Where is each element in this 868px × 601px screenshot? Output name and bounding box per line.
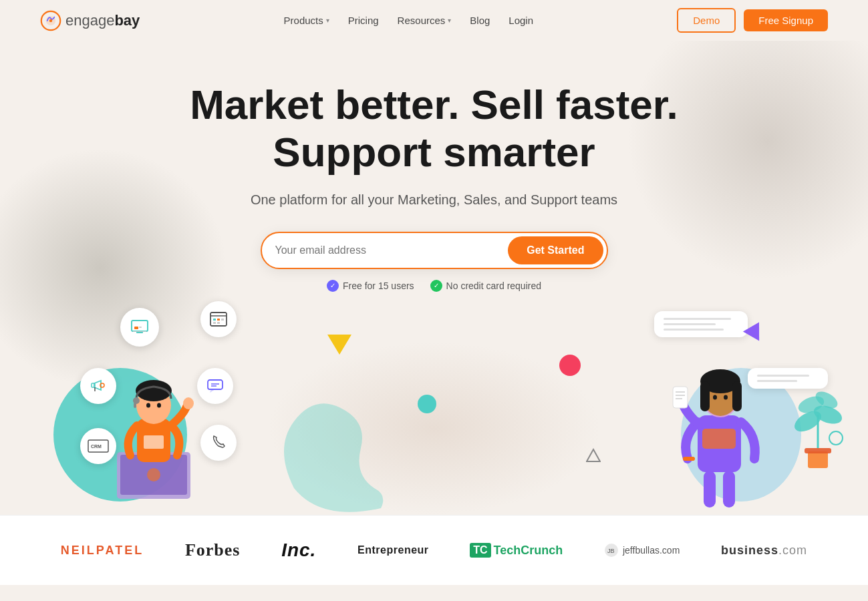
svg-rect-43 [673,387,688,408]
speech-bubble-1 [654,311,748,337]
float-circle-megaphone [80,368,116,404]
signup-button[interactable]: Free Signup [744,9,828,31]
svg-rect-11 [217,319,220,321]
techcrunch-label: TechCrunch [494,544,563,558]
circle-teal-center [418,395,436,413]
svg-rect-32 [134,403,136,408]
nav-resources[interactable]: Resources ▾ [398,15,452,26]
center-organic-shape [254,368,441,515]
svg-point-2 [49,19,52,21]
float-circle-phone [200,425,237,461]
svg-point-33 [183,397,194,409]
svg-rect-39 [700,381,710,411]
hero-subtitle: One platform for all your Marketing, Sal… [13,192,855,208]
circle-pink-center [559,355,581,376]
float-circle-crm: CRM [80,428,116,464]
badge-no-credit: ✓ No credit card required [430,280,541,292]
nav-pricing[interactable]: Pricing [348,15,379,26]
badge-free-users: ✓ Free for 15 users [327,280,414,292]
svg-rect-12 [221,319,224,321]
logos-section: NEILPATEL Forbes Inc. Entrepreneur TC Te… [0,515,868,585]
triangle-outline-right [586,448,601,465]
nav-login[interactable]: Login [509,15,533,26]
get-started-button[interactable]: Get Started [508,236,603,264]
logo-entrepreneur: Entrepreneur [357,544,428,556]
demo-button[interactable]: Demo [677,8,736,33]
svg-text:CRM: CRM [91,444,102,449]
nav-products[interactable]: Products ▾ [284,15,329,26]
svg-rect-49 [723,471,735,508]
illustrations: CRM [0,301,868,515]
float-circle-monitor [120,308,159,347]
check-icon-purple: ✓ [327,280,339,292]
logo[interactable]: engagebay [40,10,140,31]
svg-rect-26 [144,435,164,449]
svg-text:JB: JB [607,548,615,554]
svg-point-31 [133,397,140,404]
svg-rect-52 [805,448,831,453]
svg-rect-40 [732,381,742,411]
logo-neilpatel: NEILPATEL [61,544,144,558]
person-right-illustration [654,325,794,515]
svg-rect-3 [132,321,148,331]
svg-point-42 [724,395,728,400]
svg-point-29 [146,403,150,408]
email-form: Get Started [261,232,608,269]
nav-buttons: Demo Free Signup [677,8,828,33]
navbar: engagebay Products ▾ Pricing Resources ▾… [0,0,868,41]
hero-content: Market better. Sell faster. Support smar… [13,81,855,292]
logo-jeffbullas: JB jeffbullas.com [604,543,680,558]
svg-rect-5 [133,331,146,332]
svg-rect-17 [208,380,223,389]
logo-forbes: Forbes [185,540,241,560]
person-left-illustration [80,332,227,515]
speech-bubble-2 [748,368,828,389]
svg-point-58 [829,431,843,445]
svg-rect-47 [683,457,695,461]
hero-title: Market better. Sell faster. Support smar… [13,81,855,176]
triangle-yellow [327,335,351,355]
svg-rect-6 [134,327,138,329]
svg-rect-10 [213,319,216,321]
svg-point-24 [147,468,160,481]
svg-rect-35 [702,429,736,449]
svg-rect-7 [139,327,142,328]
svg-rect-51 [808,451,828,468]
check-icon-green: ✓ [430,280,442,292]
techcrunch-tc-badge: TC [470,543,490,558]
float-circle-chat [197,368,233,404]
svg-rect-14 [217,322,220,324]
svg-rect-48 [704,471,716,508]
email-input[interactable] [275,244,509,256]
svg-point-30 [157,403,161,408]
logo-techcrunch: TC TechCrunch [470,543,563,558]
form-badges: ✓ Free for 15 users ✓ No credit card req… [13,280,855,292]
float-circle-calendar [200,301,237,337]
svg-rect-15 [92,383,95,387]
logo-icon [40,10,61,31]
chevron-down-icon: ▾ [326,17,329,24]
svg-point-41 [713,395,717,400]
logo-inc: Inc. [281,540,316,561]
svg-marker-50 [587,449,600,461]
logo-text: engagebay [65,12,140,29]
chevron-down-icon: ▾ [448,17,451,24]
hero-section: Market better. Sell faster. Support smar… [0,41,868,515]
svg-rect-13 [213,322,216,324]
nav-links: Products ▾ Pricing Resources ▾ Blog Logi… [284,15,534,26]
logo-businesscom: business.com [721,544,807,558]
jeffbullas-icon: JB [604,543,619,558]
nav-blog[interactable]: Blog [470,15,490,26]
